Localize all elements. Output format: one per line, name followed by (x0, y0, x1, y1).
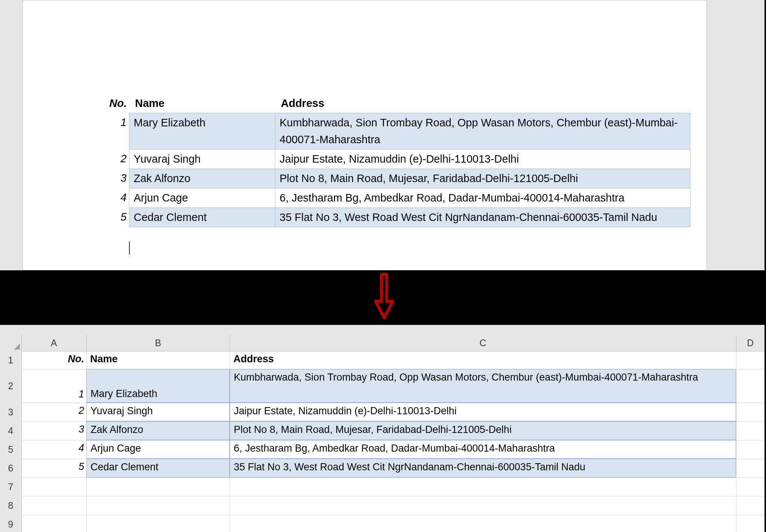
word-cell-name: Arjun Cage (129, 188, 275, 207)
excel-pane: A B C D 1 2 3 4 5 6 7 8 9 (0, 325, 766, 532)
excel-cell-addr[interactable]: 6, Jestharam Bg, Ambedkar Road, Dadar-Mu… (230, 440, 736, 459)
word-cell-no: 3 (101, 169, 129, 188)
word-header-no: No. (101, 94, 129, 113)
excel-cell-addr[interactable]: Jaipur Estate, Nizamuddin (e)-Delhi-1100… (230, 403, 736, 421)
word-table: No. Name Address 1 Mary Elizabeth Kumbha… (101, 94, 690, 227)
excel-row-header[interactable]: 3 (0, 403, 21, 422)
excel-row-header[interactable]: 4 (0, 421, 21, 440)
excel-col-header[interactable]: D (736, 335, 765, 351)
excel-col-header[interactable]: A (21, 335, 87, 351)
excel-cell-no[interactable]: 4 (21, 440, 86, 459)
text-cursor-icon (129, 242, 130, 255)
excel-row-header[interactable]: 6 (0, 459, 21, 478)
excel-row-header[interactable]: 7 (0, 477, 21, 496)
word-cell-addr: Plot No 8, Main Road, Mujesar, Faridabad… (275, 169, 690, 188)
excel-cell-no[interactable]: 1 (21, 369, 86, 403)
word-cell-addr: 35 Flat No 3, West Road West Cit NgrNand… (275, 207, 690, 227)
excel-select-all-triangle[interactable] (0, 335, 22, 351)
excel-row-header[interactable]: 8 (0, 496, 21, 515)
word-cell-no: 2 (101, 149, 129, 169)
excel-col-header[interactable]: B (86, 335, 230, 351)
excel-cell-no[interactable]: 3 (21, 421, 86, 440)
image-root: No. Name Address 1 Mary Elizabeth Kumbha… (0, 0, 766, 532)
excel-row-header[interactable]: 1 (0, 351, 21, 369)
word-cell-name: Zak Alfonzo (129, 169, 275, 188)
excel-row-header[interactable]: 2 (0, 369, 21, 403)
down-arrow-icon (373, 272, 395, 321)
word-preview-pane: No. Name Address 1 Mary Elizabeth Kumbha… (0, 0, 766, 270)
excel-cell-name[interactable]: Cedar Clement (86, 459, 230, 477)
word-cell-no: 1 (101, 113, 129, 149)
word-cell-addr: 6, Jestharam Bg, Ambedkar Road, Dadar-Mu… (275, 188, 690, 207)
excel-cell-header-no[interactable]: No. (21, 351, 86, 369)
excel-cell-addr[interactable]: 35 Flat No 3, West Road West Cit NgrNand… (230, 459, 736, 477)
word-cell-name: Cedar Clement (129, 207, 275, 227)
excel-cell-name[interactable]: Yuvaraj Singh (86, 403, 230, 421)
word-page: No. Name Address 1 Mary Elizabeth Kumbha… (22, 0, 707, 270)
excel-cell-name[interactable]: Arjun Cage (86, 440, 230, 459)
word-cell-addr: Jaipur Estate, Nizamuddin (e)-Delhi-1100… (275, 149, 690, 169)
word-header-name: Name (129, 94, 275, 113)
excel-cell-header-name[interactable]: Name (86, 351, 230, 369)
excel-cell-header-addr[interactable]: Address (230, 351, 736, 369)
excel-cell-no[interactable]: 2 (21, 403, 86, 421)
word-cell-addr: Kumbharwada, Sion Trombay Road, Opp Wasa… (275, 113, 690, 149)
excel-row-header[interactable]: 9 (0, 515, 21, 532)
excel-header-stub (0, 325, 765, 335)
excel-cell-addr[interactable]: Kumbharwada, Sion Trombay Road, Opp Wasa… (230, 369, 736, 403)
word-header-addr: Address (275, 94, 690, 113)
word-cell-name: Yuvaraj Singh (129, 149, 275, 169)
excel-cell-no[interactable]: 5 (21, 459, 86, 477)
excel-cell-name[interactable]: Mary Elizabeth (86, 369, 230, 403)
excel-row-gutter: 1 2 3 4 5 6 7 8 9 (0, 351, 22, 532)
word-cell-name: Mary Elizabeth (129, 113, 275, 149)
word-cell-no: 5 (101, 207, 129, 227)
excel-cell-addr[interactable]: Plot No 8, Main Road, Mujesar, Faridabad… (230, 421, 736, 440)
excel-row-header[interactable]: 5 (0, 440, 21, 459)
excel-col-header[interactable]: C (230, 335, 736, 351)
word-cell-no: 4 (101, 188, 129, 207)
excel-cell-name[interactable]: Zak Alfonzo (86, 421, 230, 440)
arrow-strip (0, 270, 766, 325)
excel-grid[interactable]: No. Name Address 1 Mary Elizabeth Kumbha… (21, 351, 765, 532)
excel-column-header-row: A B C D (0, 335, 765, 351)
